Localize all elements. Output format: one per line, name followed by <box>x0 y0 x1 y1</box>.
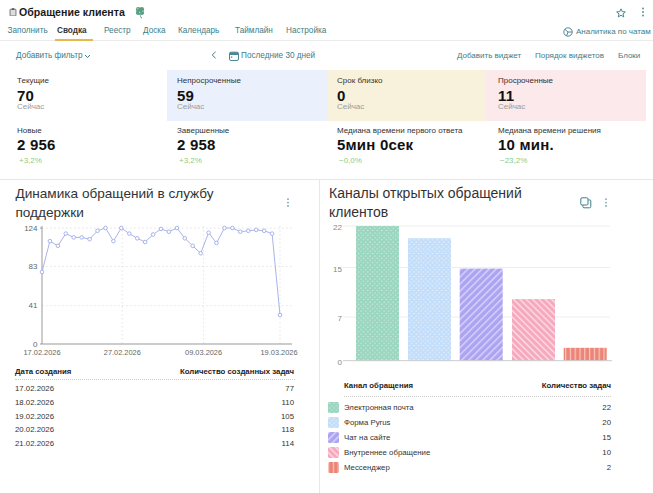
svg-text:0: 0 <box>338 358 343 366</box>
svg-text:124: 124 <box>24 224 38 233</box>
svg-text:19.03.2026: 19.03.2026 <box>261 348 298 357</box>
svg-text:27.02.2026: 27.02.2026 <box>104 348 141 357</box>
svg-text:15: 15 <box>333 265 342 274</box>
svg-text:7: 7 <box>338 314 343 323</box>
svg-text:17.02.2026: 17.02.2026 <box>24 348 61 357</box>
svg-text:22: 22 <box>333 223 342 232</box>
svg-text:09.03.2026: 09.03.2026 <box>185 348 222 357</box>
svg-text:41: 41 <box>29 301 38 310</box>
svg-text:83: 83 <box>29 262 38 271</box>
